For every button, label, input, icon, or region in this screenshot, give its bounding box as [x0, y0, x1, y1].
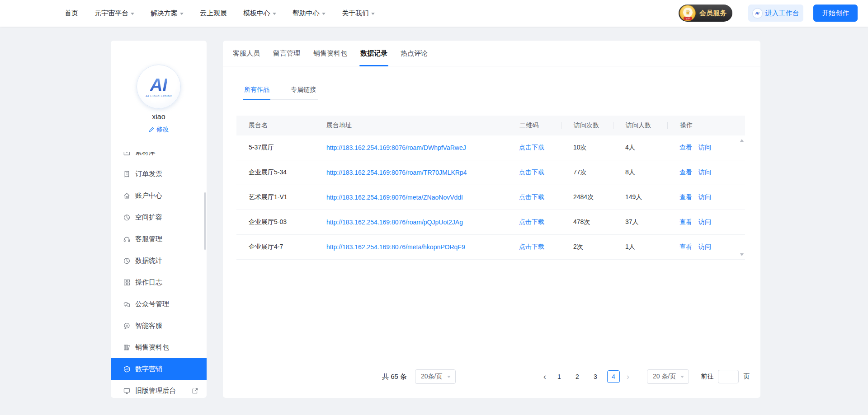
- qr-download-link[interactable]: 点击下载: [507, 144, 561, 152]
- visit-link[interactable]: 访问: [698, 168, 711, 177]
- nav-item-1[interactable]: 首页: [65, 9, 78, 18]
- nav-item-7[interactable]: 关于我们: [342, 9, 375, 18]
- enter-workspace-label: 进入工作台: [765, 9, 799, 18]
- qr-download-link[interactable]: 点击下载: [507, 168, 561, 177]
- page-size-select-right[interactable]: 20 条/页: [647, 369, 689, 384]
- goto-page-input[interactable]: [718, 370, 739, 383]
- sidebar-item-label: 操作日志: [135, 278, 162, 287]
- sidebar-item[interactable]: 操作日志: [111, 271, 207, 293]
- nav-item-3[interactable]: 解决方案: [151, 9, 184, 18]
- enter-workspace-button[interactable]: AI 进入工作台: [748, 5, 803, 22]
- tab-客服人员[interactable]: 客服人员: [232, 41, 261, 66]
- nav-item-2[interactable]: 元宇宙平台: [94, 9, 134, 18]
- cell-visit-count: 10次: [561, 144, 613, 152]
- grid-icon: [123, 279, 131, 286]
- data-table: 展台名展台地址二维码访问次数访问人数操作 5-37展厅http://183.16…: [236, 116, 745, 260]
- scroll-up-icon[interactable]: [740, 139, 744, 142]
- column-header: 二维码: [507, 122, 561, 129]
- tab-数据记录[interactable]: 数据记录: [359, 41, 388, 66]
- visit-link[interactable]: 访问: [698, 243, 711, 251]
- sidebar-scrollbar[interactable]: [204, 192, 206, 250]
- sidebar: AI AI Cloud Exhibit xiao 修改 素材库订单发票账户中心空…: [111, 41, 207, 398]
- cell-visitor-count: 149人: [613, 193, 667, 201]
- pagination-left: 共 65 条 20条/页: [382, 369, 456, 384]
- cell-actions: 查看访问: [667, 243, 739, 251]
- tab-热点评论[interactable]: 热点评论: [400, 41, 429, 66]
- visit-link[interactable]: 访问: [698, 144, 711, 152]
- sidebar-item[interactable]: 公众号管理: [111, 293, 207, 315]
- table-scrollbar[interactable]: [739, 135, 745, 260]
- table-row: 企业展厅4-7http://183.162.254.169:8076/meta/…: [236, 235, 745, 260]
- sidebar-item-label: 客服管理: [135, 235, 162, 243]
- cell-hall-url[interactable]: http://183.162.254.169:8076/roam/pQJpUot…: [314, 219, 507, 226]
- cell-hall-url[interactable]: http://183.162.254.169:8076/roam/DWhpfVa…: [314, 144, 507, 151]
- table-row: 企业展厅5-34http://183.162.254.169:8076/roam…: [236, 160, 745, 185]
- sidebar-item[interactable]: 数字营销: [111, 358, 207, 380]
- sidebar-item[interactable]: 素材库: [111, 152, 207, 163]
- qr-download-link[interactable]: 点击下载: [507, 218, 561, 226]
- material-icon: [123, 152, 131, 156]
- next-page-button[interactable]: ›: [623, 370, 633, 383]
- sidebar-item[interactable]: 数据统计: [111, 250, 207, 271]
- sidebar-item[interactable]: 账户中心: [111, 185, 207, 206]
- sidebar-item[interactable]: 订单发票: [111, 163, 207, 185]
- cell-visit-count: 77次: [561, 168, 613, 177]
- sidebar-item-label: 销售资料包: [135, 343, 169, 352]
- edit-profile-link[interactable]: 修改: [111, 126, 207, 134]
- page-size-right-value: 20 条/页: [653, 373, 676, 381]
- cell-actions: 查看访问: [667, 144, 739, 152]
- vip-ribbon: VIP: [684, 17, 692, 20]
- user-avatar[interactable]: AI AI Cloud Exhibit: [137, 65, 181, 109]
- pagination-right: ‹ 1234 › 20 条/页 前往 页: [539, 369, 750, 384]
- nav-item-5[interactable]: 模板中心: [243, 9, 276, 18]
- total-count-label: 共 65 条: [382, 373, 407, 381]
- tab-留言管理[interactable]: 留言管理: [272, 41, 301, 66]
- view-link[interactable]: 查看: [679, 144, 692, 152]
- qr-download-link[interactable]: 点击下载: [507, 243, 561, 251]
- start-creating-button[interactable]: 开始创作: [813, 5, 858, 22]
- nav-item-6[interactable]: 帮助中心: [292, 9, 326, 18]
- prev-page-button[interactable]: ‹: [539, 370, 550, 383]
- column-header: 访问次数: [561, 122, 613, 129]
- cell-hall-url[interactable]: http://183.162.254.169:8076/meta/hkopnPO…: [314, 243, 507, 251]
- member-service-button[interactable]: ♛ VIP 会员服务: [679, 5, 732, 22]
- view-link[interactable]: 查看: [679, 218, 692, 226]
- external-icon: [191, 387, 199, 395]
- pen-icon: [148, 126, 155, 133]
- cell-hall-url[interactable]: http://183.162.254.169:8076/roam/TR70JML…: [314, 169, 507, 176]
- cell-actions: 查看访问: [667, 218, 739, 226]
- visit-link[interactable]: 访问: [698, 193, 711, 201]
- subtab-专属链接[interactable]: 专属链接: [290, 82, 317, 99]
- page-button-3[interactable]: 3: [589, 370, 602, 383]
- visit-link[interactable]: 访问: [698, 218, 711, 226]
- view-link[interactable]: 查看: [679, 168, 692, 177]
- cell-visitor-count: 8人: [613, 168, 667, 177]
- cell-hall-name: 5-37展厅: [236, 144, 314, 152]
- cell-hall-name: 企业展厅5-34: [236, 168, 314, 177]
- pie-icon: [123, 214, 131, 221]
- sidebar-item-label: 公众号管理: [135, 300, 169, 308]
- view-link[interactable]: 查看: [679, 243, 692, 251]
- page-size-select-left[interactable]: 20条/页: [415, 369, 455, 384]
- monitor-icon: [123, 387, 131, 395]
- table-row: 5-37展厅http://183.162.254.169:8076/roam/D…: [236, 135, 745, 160]
- sidebar-item-label: 空间扩容: [135, 213, 162, 222]
- sidebar-item[interactable]: 智能客服: [111, 315, 207, 336]
- page-button-1[interactable]: 1: [553, 370, 566, 383]
- qr-download-link[interactable]: 点击下载: [507, 193, 561, 201]
- sidebar-item[interactable]: 空间扩容: [111, 206, 207, 228]
- subtab-所有作品[interactable]: 所有作品: [243, 82, 270, 99]
- cell-hall-url[interactable]: http://183.162.254.169:8076/meta/ZNaoNov…: [314, 194, 507, 201]
- scroll-down-icon[interactable]: [740, 253, 744, 256]
- sidebar-item[interactable]: 客服管理: [111, 228, 207, 250]
- tab-销售资料包[interactable]: 销售资料包: [312, 41, 348, 66]
- page-button-2[interactable]: 2: [571, 370, 584, 383]
- sidebar-item[interactable]: 旧版管理后台: [111, 380, 207, 398]
- sidebar-item-label: 数字营销: [135, 365, 162, 373]
- nav-item-label: 帮助中心: [292, 9, 320, 18]
- sidebar-item[interactable]: 销售资料包: [111, 336, 207, 358]
- nav-item-4[interactable]: 云上观展: [200, 9, 227, 18]
- view-link[interactable]: 查看: [679, 193, 692, 201]
- chevron-down-icon: [680, 376, 684, 378]
- page-button-4[interactable]: 4: [607, 370, 620, 383]
